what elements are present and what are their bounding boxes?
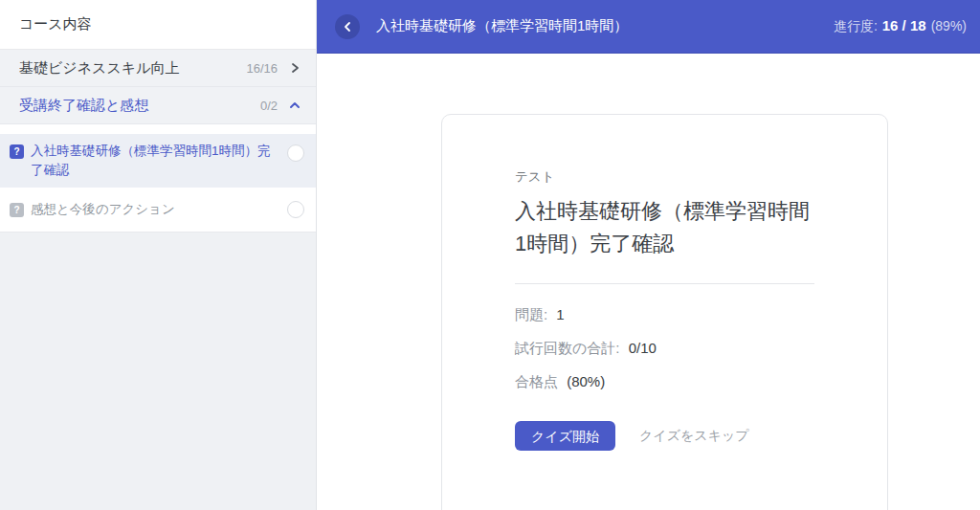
progress-label: 進行度:: [834, 18, 878, 35]
sidebar-title: コース内容: [0, 0, 316, 50]
start-quiz-button[interactable]: クイズ開始: [515, 421, 615, 451]
section-progress-count: 16/16: [246, 61, 278, 76]
quiz-type-label: テスト: [515, 168, 814, 186]
card-divider: [515, 283, 814, 284]
progress-indicator: 進行度: 16 / 18 (89%): [834, 17, 967, 35]
passing-score-label: 合格点: [515, 373, 558, 389]
quiz-attempts-row: 試行回数の合計: 0/10: [515, 341, 814, 355]
attempts-value: 0/10: [629, 340, 657, 356]
quiz-actions: クイズ開始 クイズをスキップ: [515, 421, 814, 451]
chevron-left-icon: [342, 21, 353, 33]
quiz-passing-score-row: 合格点 (80%): [515, 374, 814, 388]
questions-value: 1: [556, 306, 564, 322]
back-button[interactable]: [335, 14, 360, 39]
quiz-info-card: テスト 入社時基礎研修（標準学習時間1時間）完了確認 問題: 1 試行回数の合計…: [441, 114, 888, 510]
progress-percent: (89%): [931, 18, 967, 33]
completion-status-circle: [287, 201, 304, 218]
quiz-questions-row: 問題: 1: [515, 307, 814, 322]
lesson-item-label: 入社時基礎研修（標準学習時間1時間）完了確認: [31, 142, 272, 180]
quiz-title: 入社時基礎研修（標準学習時間1時間）完了確認: [515, 195, 814, 260]
section-label: 基礎ビジネススキル向上: [19, 59, 246, 78]
quiz-icon: ?: [10, 144, 24, 159]
content-area: テスト 入社時基礎研修（標準学習時間1時間）完了確認 問題: 1 試行回数の合計…: [317, 54, 980, 510]
main-area: 入社時基礎研修（標準学習時間1時間） 進行度: 16 / 18 (89%) テス…: [317, 0, 980, 510]
chevron-right-icon: [289, 62, 301, 74]
completion-status-circle: [287, 144, 304, 162]
attempts-label: 試行回数の合計:: [515, 340, 620, 356]
quiz-meta: 問題: 1 試行回数の合計: 0/10 合格点 (80%): [515, 307, 814, 388]
sidebar-empty-area: [0, 233, 316, 510]
chevron-up-icon: [289, 100, 301, 111]
sidebar-gap: [0, 124, 316, 134]
sidebar-item-completion-check[interactable]: ? 入社時基礎研修（標準学習時間1時間）完了確認: [0, 134, 316, 188]
sidebar-section-basic-skills[interactable]: 基礎ビジネススキル向上 16/16: [0, 50, 316, 87]
section-progress-count: 0/2: [260, 99, 278, 113]
course-header-bar: 入社時基礎研修（標準学習時間1時間） 進行度: 16 / 18 (89%): [317, 0, 980, 54]
course-title: 入社時基礎研修（標準学習時間1時間）: [376, 17, 628, 35]
skip-quiz-link[interactable]: クイズをスキップ: [639, 428, 749, 445]
progress-value: 16 / 18: [882, 17, 926, 33]
questions-label: 問題:: [515, 306, 547, 322]
course-sidebar: コース内容 基礎ビジネススキル向上 16/16 受講終了確認と感想 0/2 ? …: [0, 0, 317, 510]
quiz-icon: ?: [10, 203, 24, 217]
passing-score-value: (80%): [567, 373, 605, 389]
sidebar-item-feedback[interactable]: ? 感想と今後のアクション: [0, 188, 316, 233]
section-label: 受講終了確認と感想: [19, 97, 260, 115]
app-root: コース内容 基礎ビジネススキル向上 16/16 受講終了確認と感想 0/2 ? …: [0, 0, 980, 510]
sidebar-section-completion[interactable]: 受講終了確認と感想 0/2: [0, 87, 316, 124]
lesson-item-label: 感想と今後のアクション: [31, 200, 272, 219]
